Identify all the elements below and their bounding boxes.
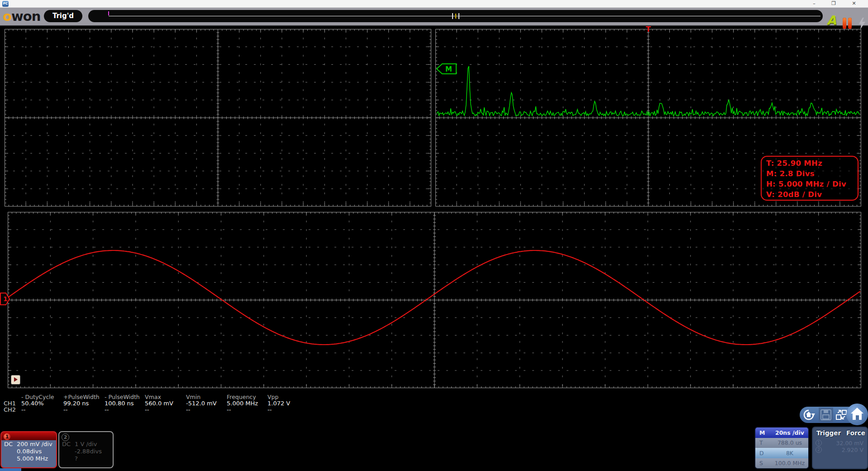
- ch1-info-box[interactable]: 1 DC200 mV /div 0.08divs 5.000 MHz: [0, 431, 57, 468]
- measurement-ch1-value: 560.0 mV: [145, 400, 173, 407]
- expand-button[interactable]: [11, 375, 20, 384]
- home-icon[interactable]: [846, 404, 868, 425]
- slider-track-line: [109, 16, 820, 16]
- measurement-label: Frequency: [227, 394, 256, 400]
- ch1-level-marker-label: 1: [3, 295, 8, 303]
- close-button[interactable]: ✕: [848, 0, 860, 7]
- fft-info-h: H: 5.000 MHz / Div: [766, 179, 858, 189]
- fft-m-marker[interactable]: M: [436, 63, 457, 77]
- fft-info-m: M: 2.8 Divs: [766, 168, 858, 179]
- play-icon: [14, 377, 18, 382]
- ch1-position: 0.08divs: [17, 448, 56, 455]
- auto-icon[interactable]: A: [827, 14, 836, 26]
- measurement-ch2-value: --: [145, 406, 149, 413]
- horizontal-position-slider[interactable]: [88, 10, 823, 22]
- graticule: [8, 212, 861, 388]
- pause-icon[interactable]: [843, 18, 852, 29]
- owon-logo-o: o: [3, 9, 11, 24]
- trigger-level-value: 32.00 mV: [836, 440, 864, 447]
- measurement-ch2-value: --: [267, 406, 272, 413]
- aux-window: [5, 29, 431, 207]
- trigger-t-marker[interactable]: T: [646, 25, 651, 34]
- fft-m-marker-label: M: [445, 65, 452, 73]
- measurement-label: Vpp: [267, 394, 278, 400]
- force-button[interactable]: Force: [844, 428, 867, 437]
- timebase-panel: M20ns /divT788.0 usD8KS100.0 MHz: [754, 427, 809, 469]
- measurement-table: CH1CH2- DutyCycle50.40%--+PulseWidth99.2…: [0, 394, 344, 414]
- channel-number-icon: 1: [816, 440, 822, 446]
- measurement-ch1-value: 100.80 ns: [105, 400, 134, 407]
- timebase-row-t[interactable]: T788.0 us: [755, 438, 808, 448]
- measurement-ch2-value: --: [186, 406, 190, 413]
- main-window: [8, 212, 861, 388]
- autoscale-icon[interactable]: [802, 409, 815, 421]
- timebase-row-d[interactable]: D8K: [755, 448, 808, 458]
- trigger-panel: Trigger Force 132.00 mV22.920 V: [812, 427, 868, 469]
- measurement-label: - PulseWidth: [105, 394, 140, 400]
- window-titlebar: PC – ❐ ✕: [0, 0, 868, 8]
- channel-number-icon: 2: [816, 447, 822, 453]
- owon-logo: owon: [3, 9, 40, 24]
- trigger-level-ch1: 132.00 mV: [816, 440, 863, 446]
- timebase-key: D: [755, 450, 771, 457]
- ch2-coupling: DC: [62, 441, 75, 447]
- slider-center-marker-left: [452, 13, 453, 19]
- ch2-badge: 2: [62, 433, 69, 441]
- view-start-marker: [108, 11, 109, 15]
- measurement-ch1-value: 99.20 ns: [63, 400, 89, 407]
- measurement-label: +PulseWidth: [63, 394, 100, 400]
- ch1-coupling: DC: [4, 441, 17, 447]
- toolbar: owon Trig'd A: [0, 8, 868, 26]
- fft-info-t: T: 25.90 MHz: [766, 158, 858, 168]
- maximize-button[interactable]: ❐: [828, 0, 839, 7]
- graticule: [5, 29, 431, 207]
- timebase-value: 8K: [771, 450, 808, 457]
- save-icon[interactable]: [819, 408, 833, 422]
- fft-info-box: T: 25.90 MHz M: 2.8 Divs H: 5.000 MHz / …: [761, 156, 858, 201]
- measurement-ch1-value: 50.40%: [21, 400, 44, 407]
- timebase-key: S: [755, 460, 771, 466]
- app-icon: PC: [2, 1, 9, 7]
- fft-info-v: V: 20dB / Div: [766, 189, 858, 200]
- trigger-level-ch2: 22.920 V: [816, 447, 863, 453]
- measurement-row-label: CH1: [4, 400, 16, 407]
- measurement-label: Vmin: [186, 394, 200, 400]
- oscilloscope-app: PC – ❐ ✕ owon Trig'd A M T T: 25.9: [0, 0, 868, 471]
- ch1-frequency: 5.000 MHz: [17, 455, 56, 462]
- ch2-scale: 1 V /div: [75, 441, 97, 447]
- timebase-row-m[interactable]: M20ns /div: [755, 428, 808, 438]
- timebase-value: 20ns /div: [771, 429, 808, 436]
- measurement-ch1-value: 5.000 MHz: [227, 400, 258, 407]
- taskbar-fragment: [0, 468, 21, 471]
- timebase-key: T: [755, 439, 771, 446]
- ch2-frequency: ?: [75, 455, 113, 462]
- timebase-value: 100.0 MHz: [771, 460, 808, 466]
- slider-center-marker-right: [458, 13, 459, 19]
- icon-toolbar: [800, 407, 868, 423]
- trigger-position-marker: [455, 14, 456, 19]
- ch1-badge: 1: [4, 433, 10, 440]
- switch-window-icon[interactable]: [835, 409, 848, 421]
- measurement-label: Vmax: [145, 394, 161, 400]
- trigger-level-value: 2.920 V: [842, 447, 863, 453]
- trigger-status-badge: Trig'd: [44, 10, 82, 22]
- timebase-key: M: [755, 429, 771, 436]
- measurement-ch2-value: --: [105, 406, 109, 413]
- timebase-value: 788.0 us: [771, 439, 808, 446]
- measurement-ch2-value: --: [21, 406, 25, 413]
- minimize-button[interactable]: –: [808, 0, 820, 7]
- ch2-info-box[interactable]: 2 DC1 V /div -2.88divs ?: [58, 431, 114, 468]
- ch1-scale: 200 mV /div: [17, 441, 52, 447]
- measurement-label: - DutyCycle: [21, 394, 54, 400]
- measurement-ch2-value: --: [63, 406, 67, 413]
- measurement-ch1-value: -512.0 mV: [186, 400, 217, 407]
- measurement-row-label: CH2: [4, 406, 16, 413]
- trigger-button[interactable]: Trigger: [814, 428, 843, 437]
- timebase-row-s[interactable]: S100.0 MHz: [755, 458, 808, 469]
- measurement-ch2-value: --: [227, 406, 231, 413]
- ch1-level-marker[interactable]: 1: [0, 293, 10, 307]
- ch2-position: -2.88divs: [75, 448, 113, 455]
- measurement-ch1-value: 1.072 V: [267, 400, 290, 407]
